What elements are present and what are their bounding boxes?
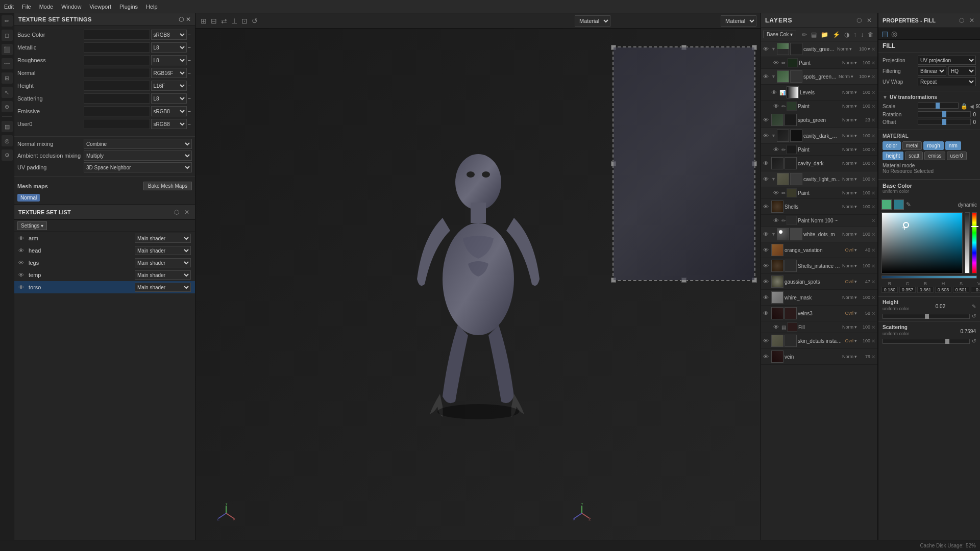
eye-icon[interactable]: 👁 (763, 338, 770, 344)
layers-close-btn[interactable]: ✕ (865, 16, 873, 25)
chip-metal[interactable]: metal (902, 141, 922, 150)
blend-mode[interactable]: Ovrl (845, 311, 854, 316)
layer-close-btn[interactable]: ✕ (871, 324, 875, 330)
tsl-shader-temp[interactable]: Main shader (135, 270, 191, 280)
eye-icon[interactable]: 👁 (773, 190, 780, 196)
ao-mixing-select[interactable]: Multiply (84, 151, 192, 161)
blend-mode[interactable]: Norm (837, 46, 848, 52)
tool-clone[interactable]: ⊞ (2, 72, 13, 84)
eye-icon[interactable]: 👁 (763, 294, 770, 300)
opacity-value[interactable]: 100 (858, 263, 870, 268)
chevron-icon[interactable]: ▼ (771, 232, 776, 237)
layer-close-btn[interactable]: ✕ (871, 263, 875, 269)
bake-btn[interactable]: Bake Mesh Maps (143, 182, 192, 190)
layer-spots-green-mask[interactable]: 👁 ▼ spots_green_mask Norm ▾ 100 ▾ ✕ (761, 69, 877, 85)
tsl-restore-btn[interactable]: ⬡ (173, 208, 181, 217)
filtering-hq-select[interactable]: HQ (948, 66, 976, 76)
eye-icon[interactable]: 👁 (771, 89, 778, 95)
tool-fill[interactable]: ⬛ (2, 44, 13, 55)
tool-transform[interactable]: ⊕ (2, 101, 13, 112)
eye-icon-torso[interactable]: 👁 (18, 284, 26, 290)
flip-icon[interactable]: ⇄ (220, 16, 228, 26)
layer-close-btn[interactable]: ✕ (871, 247, 875, 253)
emissive-remove[interactable]: − (187, 108, 192, 114)
opacity-value[interactable]: 100 (858, 295, 870, 300)
tsl-item-legs[interactable]: 👁 legs Main shader (14, 257, 195, 269)
add-paint-layer-btn[interactable]: ✏ (800, 30, 808, 39)
eye-icon[interactable]: 👁 (773, 217, 780, 223)
eye-icon[interactable]: 👁 (773, 60, 780, 66)
refresh-icon[interactable]: ↺ (251, 16, 259, 26)
reset-icon[interactable]: ⊥ (230, 16, 238, 26)
layer-whire-mask[interactable]: 👁 whire_mask Norm ▾ 100 ✕ (761, 290, 877, 306)
chevron-icon[interactable]: ▼ (771, 74, 776, 79)
layer-levels[interactable]: 👁 📊 Levels Norm ▾ 100 ✕ (761, 85, 877, 101)
menu-viewport[interactable]: Viewport (89, 4, 111, 10)
tab-display-icon[interactable]: ◎ (891, 30, 897, 38)
emissive-format[interactable]: sRGB8 (151, 106, 187, 116)
layer-close-btn[interactable]: ✕ (871, 354, 875, 360)
frame-icon[interactable]: ⊡ (240, 16, 249, 26)
viewport-2d[interactable] (612, 46, 755, 281)
add-folder-btn[interactable]: 📁 (819, 30, 830, 39)
metallic-format[interactable]: L8 (151, 42, 187, 53)
eye-icon[interactable]: 👁 (763, 263, 770, 269)
eye-icon[interactable]: 👁 (763, 176, 770, 182)
height-swatch[interactable] (84, 81, 150, 91)
layer-skin-details[interactable]: 👁 skin_details instance Ovrl ▾ 100 ✕ (761, 333, 877, 349)
tool-select[interactable]: ↖ (2, 87, 13, 98)
layer-close-btn[interactable]: ✕ (871, 232, 875, 237)
blend-mode[interactable]: Norm (842, 263, 853, 268)
height-slider[interactable] (883, 314, 970, 319)
tsl-shader-arm[interactable]: Main shader (135, 234, 191, 243)
blend-mode[interactable]: Norm (842, 133, 853, 138)
blend-mode[interactable]: Norm (842, 147, 853, 152)
chip-emiss[interactable]: emiss (924, 152, 945, 160)
b-value[interactable]: 0.361 (917, 287, 934, 293)
blend-mode[interactable]: Norm (842, 204, 853, 209)
layer-close-btn[interactable]: ✕ (871, 295, 875, 300)
layer-close-btn[interactable]: ✕ (871, 117, 875, 123)
opacity-value[interactable]: 58 (858, 311, 870, 316)
v-value[interactable]: 0.3 (971, 287, 980, 293)
eye-icon[interactable]: 👁 (763, 354, 770, 360)
filtering-select[interactable]: Bilinear (918, 66, 946, 76)
scattering-slider[interactable] (883, 339, 970, 344)
g-value[interactable]: 0.357 (899, 287, 916, 293)
projection-select[interactable]: UV projection (918, 56, 976, 65)
eye-icon-head[interactable]: 👁 (18, 247, 26, 254)
layer-up-btn[interactable]: ↑ (852, 30, 858, 39)
layer-close-btn[interactable]: ✕ (871, 338, 875, 344)
layer-close-btn[interactable]: ✕ (871, 161, 875, 166)
layers-channel-select[interactable]: Base Cok ▾ (763, 31, 796, 38)
layer-close-btn[interactable]: ✕ (871, 90, 875, 95)
eye-icon[interactable]: 👁 (763, 204, 770, 210)
eye-icon[interactable]: 👁 (763, 310, 770, 316)
color-swatch-green[interactable] (881, 199, 892, 210)
user0-swatch[interactable] (84, 119, 150, 129)
eye-icon-legs[interactable]: 👁 (18, 260, 26, 266)
layer-mask-btn[interactable]: ◑ (843, 30, 851, 39)
scale-lock-icon[interactable]: 🔒 (961, 103, 968, 110)
h-value[interactable]: 0.503 (935, 287, 951, 293)
hue-bar[interactable] (972, 212, 977, 273)
eye-icon-arm[interactable]: 👁 (18, 235, 26, 241)
normal-mixing-select[interactable]: Combine (84, 139, 192, 149)
tsl-item-temp[interactable]: 👁 temp Main shader (14, 269, 195, 281)
layer-close-btn[interactable]: ✕ (871, 133, 875, 139)
user0-remove[interactable]: − (187, 121, 192, 127)
color-gradient-box[interactable]: + (881, 212, 963, 273)
tool-smudge[interactable]: 〰 (2, 58, 13, 69)
tool-layers[interactable]: ▤ (2, 121, 13, 132)
emissive-swatch[interactable] (84, 106, 150, 116)
blend-mode[interactable]: Norm (842, 104, 853, 109)
layer-paint-light[interactable]: 👁 ✏ Paint Norm ▾ 100 ✕ (761, 187, 877, 199)
opacity-value[interactable]: 47 (858, 279, 870, 284)
layer-paint-norm100[interactable]: 👁 ✏ Paint Norm 100 ~ ✕ (761, 215, 877, 227)
opacity-value[interactable]: 23 (858, 117, 870, 122)
blend-mode[interactable]: Norm (842, 161, 853, 166)
alpha-bar[interactable] (965, 212, 970, 273)
layer-cavity-dark[interactable]: 👁 cavity_dark Norm ▾ 100 ✕ (761, 156, 877, 171)
layer-white-dots-m[interactable]: 👁 ▼ white_dots_m Norm ▾ 100 ✕ (761, 227, 877, 242)
height-remove[interactable]: − (187, 83, 192, 89)
